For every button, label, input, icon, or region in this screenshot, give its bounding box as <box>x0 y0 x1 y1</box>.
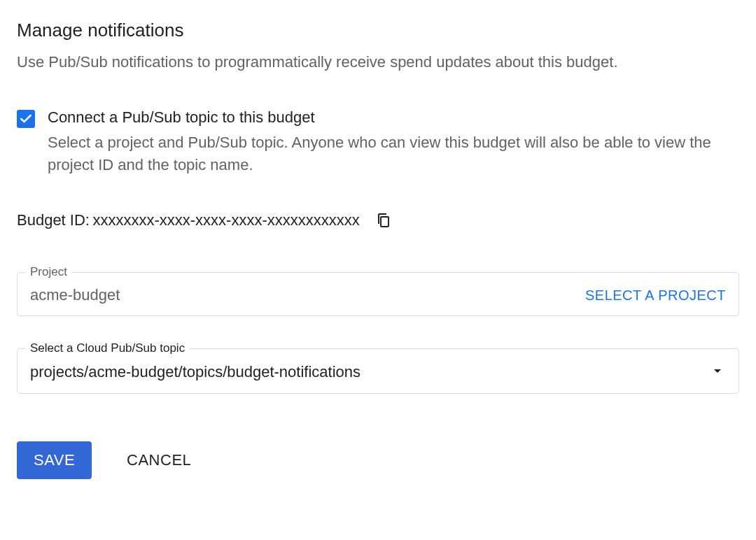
topic-dropdown-arrow[interactable] <box>709 362 726 382</box>
pubsub-checkbox[interactable] <box>17 110 35 128</box>
pubsub-checkbox-description: Select a project and Pub/Sub topic. Anyo… <box>48 132 739 176</box>
copy-icon <box>375 212 392 229</box>
topic-field-value: projects/acme-budget/topics/budget-notif… <box>30 363 360 381</box>
action-buttons: SAVE CANCEL <box>17 441 739 479</box>
check-icon <box>19 112 33 126</box>
budget-id-text: Budget ID: xxxxxxxx-xxxx-xxxx-xxxx-xxxxx… <box>17 211 360 229</box>
topic-field-label: Select a Cloud Pub/Sub topic <box>26 341 189 355</box>
pubsub-checkbox-row: Connect a Pub/Sub topic to this budget S… <box>17 107 739 176</box>
project-field: Project acme-budget SELECT A PROJECT <box>17 265 739 316</box>
select-project-button[interactable]: SELECT A PROJECT <box>585 287 726 304</box>
project-field-label: Project <box>26 265 71 279</box>
copy-button[interactable] <box>372 209 395 232</box>
chevron-down-icon <box>709 362 726 379</box>
save-button[interactable]: SAVE <box>17 441 92 479</box>
budget-id-value: xxxxxxxx-xxxx-xxxx-xxxx-xxxxxxxxxxxx <box>92 211 359 229</box>
svg-rect-0 <box>381 217 388 227</box>
project-field-value: acme-budget <box>30 286 120 304</box>
topic-field[interactable]: Select a Cloud Pub/Sub topic projects/ac… <box>17 341 739 394</box>
pubsub-checkbox-label: Connect a Pub/Sub topic to this budget <box>48 107 739 129</box>
pubsub-checkbox-content: Connect a Pub/Sub topic to this budget S… <box>48 107 739 176</box>
budget-id-row: Budget ID: xxxxxxxx-xxxx-xxxx-xxxx-xxxxx… <box>17 209 739 232</box>
section-description: Use Pub/Sub notifications to programmati… <box>17 51 739 73</box>
cancel-button[interactable]: CANCEL <box>127 451 191 469</box>
section-title: Manage notifications <box>17 20 739 41</box>
budget-id-label: Budget ID: <box>17 211 90 229</box>
